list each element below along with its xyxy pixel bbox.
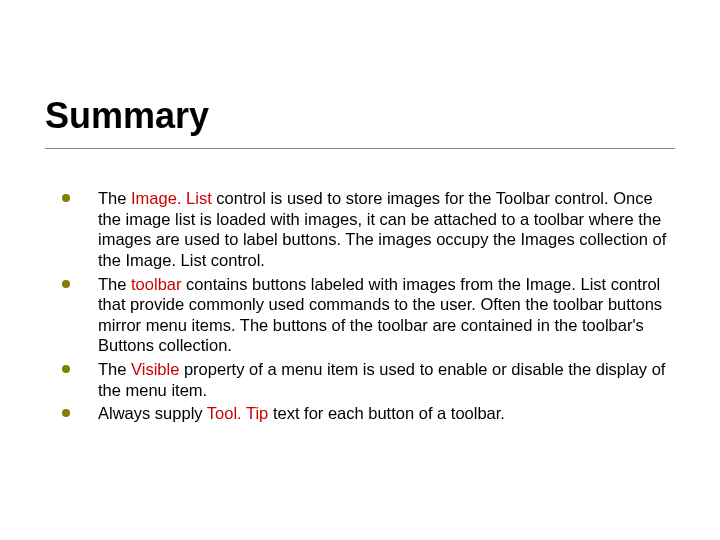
bullet-text-highlight: Visible bbox=[131, 360, 179, 378]
bullet-text-highlight: toolbar bbox=[131, 275, 181, 293]
list-item: The toolbar contains buttons labeled wit… bbox=[62, 274, 670, 357]
list-item: The Visible property of a menu item is u… bbox=[62, 359, 670, 400]
bullet-text-pre: The bbox=[98, 275, 131, 293]
bullet-text-highlight: Image. List bbox=[131, 189, 212, 207]
bullet-text-highlight: Tool. Tip bbox=[207, 404, 268, 422]
bullet-text-post: text for each button of a toolbar. bbox=[268, 404, 505, 422]
bullet-text-pre: The bbox=[98, 360, 131, 378]
bullet-text-post: property of a menu item is used to enabl… bbox=[98, 360, 665, 399]
bullet-icon bbox=[62, 194, 70, 202]
bullet-icon bbox=[62, 365, 70, 373]
page-title: Summary bbox=[45, 95, 209, 137]
bullet-icon bbox=[62, 280, 70, 288]
bullet-list: The Image. List control is used to store… bbox=[62, 188, 670, 427]
title-underline bbox=[45, 148, 675, 149]
bullet-text-pre: Always supply bbox=[98, 404, 207, 422]
bullet-text-post: contains buttons labeled with images fro… bbox=[98, 275, 662, 355]
bullet-text-pre: The bbox=[98, 189, 131, 207]
bullet-icon bbox=[62, 409, 70, 417]
list-item: The Image. List control is used to store… bbox=[62, 188, 670, 271]
list-item: Always supply Tool. Tip text for each bu… bbox=[62, 403, 670, 424]
